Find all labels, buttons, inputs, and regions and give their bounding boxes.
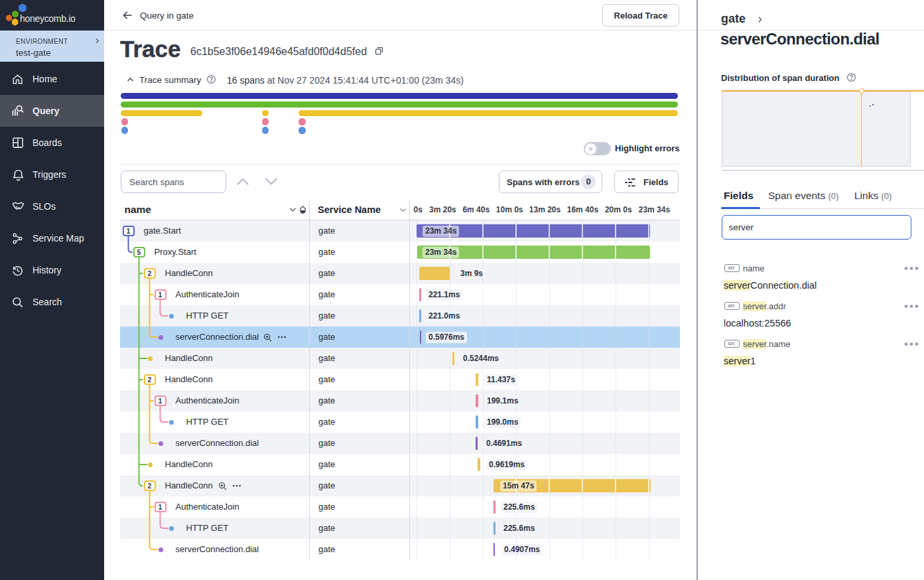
- svg-text:honeycomb.io: honeycomb.io: [20, 13, 76, 24]
